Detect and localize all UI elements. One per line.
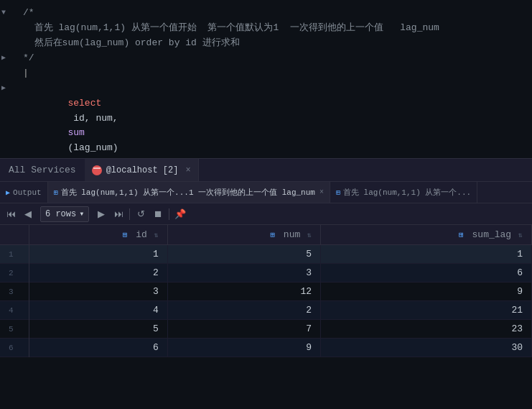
prev-row-button[interactable]: ◀ <box>20 206 36 222</box>
id-text-1: id, num, <box>67 113 123 124</box>
line-gutter-1: ▼ <box>0 6 20 6</box>
last-page-button[interactable]: ⏭ <box>111 206 126 222</box>
output-tab-icon: ▶ <box>6 188 10 197</box>
cell-num: 3 <box>167 264 320 282</box>
fold-icon-6[interactable]: ▶ <box>1 83 6 94</box>
query-tabs: ▶ Output ⊞ 首先 lag(num,1,1) 从第一个...1 一次得到… <box>0 182 532 203</box>
line-gutter-4: ▶ <box>0 51 20 52</box>
line-content-3: 然后在sum(lag_num) order by id 进行求和 <box>20 36 532 51</box>
fold-icon-1[interactable]: ▼ <box>1 7 6 19</box>
col-sumlag-label: sum_lag <box>472 229 512 240</box>
col-sumlag-icon: ⊞ <box>459 231 464 239</box>
first-row-button[interactable]: ⏮ <box>3 206 19 222</box>
localhost-tab-label: @localhost [2] <box>106 165 179 175</box>
cell-rownum: 1 <box>0 245 29 264</box>
editor-line-3: 然后在sum(lag_num) order by id 进行求和 <box>0 36 532 51</box>
col-sumlag-sort[interactable]: ⇅ <box>518 231 523 239</box>
cell-num: 9 <box>167 339 320 357</box>
cell-id: 4 <box>29 301 167 320</box>
col-id-icon: ⊞ <box>123 231 128 239</box>
col-num-icon: ⊞ <box>270 231 275 239</box>
cell-sum-lag: 30 <box>321 339 532 357</box>
pin-button[interactable]: 📌 <box>172 206 188 222</box>
col-id-sort[interactable]: ⇅ <box>154 231 159 239</box>
line-gutter-5 <box>0 66 20 67</box>
all-services-label: All Services <box>9 165 76 175</box>
results-tab-2[interactable]: ⊞ 首先 lag(num,1,1) 从第一个... <box>330 182 477 203</box>
table-row[interactable]: 4 4 2 21 <box>0 301 532 320</box>
cell-id: 3 <box>29 282 167 301</box>
toolbar-separator-1 <box>129 208 130 220</box>
col-num-sort[interactable]: ⇅ <box>307 231 312 239</box>
col-header-num[interactable]: ⊞ num ⇅ <box>167 225 320 245</box>
results-table: ⊞ id ⇅ ⊞ num ⇅ ⊞ sum_lag ⇅ <box>0 225 532 357</box>
db-icon <box>92 165 102 175</box>
output-tab[interactable]: ▶ Output <box>0 182 48 203</box>
results-tab-2-icon: ⊞ <box>336 188 340 197</box>
table-row[interactable]: 6 6 9 30 <box>0 339 532 357</box>
table-row[interactable]: 5 5 7 23 <box>0 320 532 339</box>
cell-rownum: 5 <box>0 320 29 339</box>
line-content-6: select id, num, sum (lag_num) over ( ord… <box>20 81 532 158</box>
line-content-5 <box>20 66 532 81</box>
editor-content: ▼ /* 首先 lag(num,1,1) 从第一个值开始 第一个值默认为1 一次… <box>0 0 532 158</box>
refresh-button[interactable]: ↺ <box>133 206 149 222</box>
fold-icon-4[interactable]: ▶ <box>1 52 6 64</box>
editor-line-5[interactable] <box>0 66 532 81</box>
cell-id: 1 <box>29 245 167 264</box>
results-tab-2-label: 首先 lag(num,1,1) 从第一个... <box>343 187 471 198</box>
editor-line-4: ▶ */ <box>0 51 532 66</box>
cell-id: 5 <box>29 320 167 339</box>
table-header-row: ⊞ id ⇅ ⊞ num ⇅ ⊞ sum_lag ⇅ <box>0 225 532 245</box>
col-num-label: num <box>284 229 300 240</box>
rows-dropdown-arrow: ▾ <box>79 208 84 219</box>
next-page-button[interactable]: ▶ <box>93 206 109 222</box>
cell-num: 12 <box>167 282 320 301</box>
func-sum: sum <box>67 127 84 138</box>
col-header-id[interactable]: ⊞ id ⇅ <box>29 225 167 245</box>
table-body: 1 1 5 1 2 2 3 6 3 3 12 9 4 4 2 21 5 5 7 … <box>0 245 532 357</box>
cell-rownum: 3 <box>0 282 29 301</box>
results-tab-1[interactable]: ⊞ 首先 lag(num,1,1) 从第一个...1 一次得到他的上一个值 la… <box>48 182 330 203</box>
editor-line-2: 首先 lag(num,1,1) 从第一个值开始 第一个值默认为1 一次得到他的上… <box>0 21 532 36</box>
cell-num: 5 <box>167 245 320 264</box>
results-table-container[interactable]: ⊞ id ⇅ ⊞ num ⇅ ⊞ sum_lag ⇅ <box>0 225 532 409</box>
line-gutter-2 <box>0 21 20 22</box>
cell-sum-lag: 1 <box>321 245 532 264</box>
results-tab-1-label: 首先 lag(num,1,1) 从第一个...1 一次得到他的上一个值 lag_… <box>61 187 315 198</box>
cell-id: 6 <box>29 339 167 357</box>
line-content-4: */ <box>20 51 532 66</box>
keyword-select: select <box>67 98 101 109</box>
col-header-rownum <box>0 225 29 245</box>
cell-sum-lag: 23 <box>321 320 532 339</box>
localhost-tab[interactable]: @localhost [2] × <box>85 159 199 181</box>
col-header-sum-lag[interactable]: ⊞ sum_lag ⇅ <box>321 225 532 245</box>
cell-rownum: 6 <box>0 339 29 357</box>
rows-count-label: 6 rows <box>45 209 76 219</box>
results-tab-1-icon: ⊞ <box>54 188 58 197</box>
editor-area[interactable]: ▼ /* 首先 lag(num,1,1) 从第一个值开始 第一个值默认为1 一次… <box>0 0 532 158</box>
line-gutter-6: ▶ <box>0 81 20 82</box>
col-id-label: id <box>136 229 147 240</box>
cell-id: 2 <box>29 264 167 282</box>
table-row[interactable]: 2 2 3 6 <box>0 264 532 282</box>
cell-sum-lag: 6 <box>321 264 532 282</box>
id-text-2: (lag_num) <box>67 142 123 153</box>
all-services-tab[interactable]: All Services <box>0 159 85 181</box>
line-content-2: 首先 lag(num,1,1) 从第一个值开始 第一个值默认为1 一次得到他的上… <box>20 21 532 36</box>
cell-rownum: 4 <box>0 301 29 320</box>
table-row[interactable]: 3 3 12 9 <box>0 282 532 301</box>
table-row[interactable]: 1 1 5 1 <box>0 245 532 264</box>
line-content-1: /* <box>20 6 532 21</box>
stop-button[interactable]: ⏹ <box>150 206 166 222</box>
services-bar: All Services @localhost [2] × <box>0 159 532 182</box>
cell-sum-lag: 9 <box>321 282 532 301</box>
localhost-tab-close[interactable]: × <box>185 165 190 175</box>
editor-line-6: ▶ select id, num, sum (lag_num) over ( o… <box>0 81 532 158</box>
cell-num: 2 <box>167 301 320 320</box>
toolbar-separator-2 <box>169 208 169 220</box>
cell-num: 7 <box>167 320 320 339</box>
rows-dropdown[interactable]: 6 rows ▾ <box>40 206 89 222</box>
results-tab-1-close[interactable]: × <box>319 188 324 196</box>
editor-line-1: ▼ /* <box>0 6 532 21</box>
